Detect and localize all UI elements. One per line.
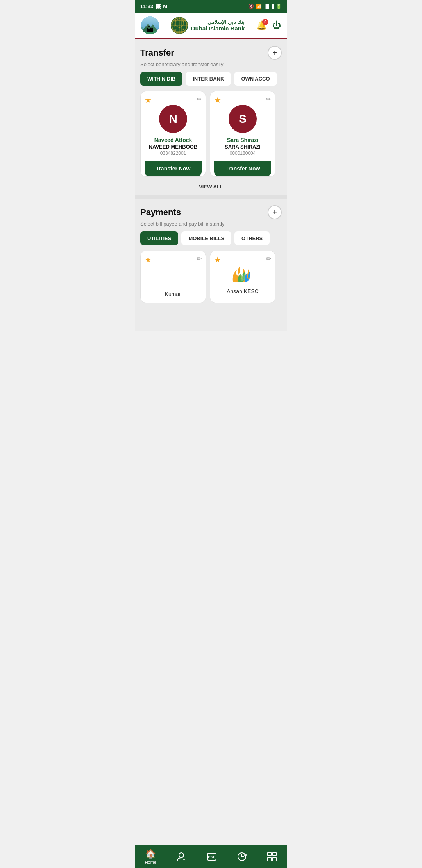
tab-others[interactable]: OTHERS [234,231,270,245]
kesc-logo [229,262,256,285]
edit-icon-sara[interactable]: ✏ [266,95,271,103]
bank-name-english: Dubai Islamic Bank [191,25,245,32]
power-icon[interactable]: ⏻ [272,20,281,30]
tab-inter-bank[interactable]: INTER BANK [186,72,231,86]
favorite-star-kesc[interactable]: ★ [214,255,221,264]
svg-point-6 [171,17,188,34]
edit-icon-kumail[interactable]: ✏ [197,255,202,262]
tab-utilities[interactable]: UTILITIES [140,231,178,245]
edit-icon-naveed[interactable]: ✏ [197,95,202,103]
main-content: Transfer + Select beneficiary and transf… [135,39,287,331]
favorite-star-naveed[interactable]: ★ [145,95,152,105]
avatar[interactable] [141,16,159,34]
transfer-add-button[interactable]: + [268,46,282,60]
battery-icon: 🔋 [276,4,282,9]
svg-point-8 [171,21,188,30]
payment-card-kumail: ★ ✏ Kumail [140,251,206,303]
svg-point-7 [175,17,184,34]
app-header: بنك دبي الإسلامي Dubai Islamic Bank 🔔 0 … [135,13,287,39]
tab-own-account[interactable]: OWN ACCO [234,72,277,86]
beneficiary-number-sara: 0000180004 [230,151,256,156]
transfer-tabs: WITHIN DIB INTER BANK OWN ACCO [140,72,282,86]
avatar-image [141,16,159,34]
payments-add-button[interactable]: + [268,205,282,219]
transfer-header: Transfer + [140,46,282,60]
view-all-button[interactable]: VIEW ALL [140,178,282,192]
notification-badge: 0 [262,19,268,25]
avatar-initial-naveed: N [169,112,177,126]
transfer-subtitle: Select beneficiary and transfer easily [140,61,282,67]
beneficiary-name-bold-sara: SARA SHIRAZI [225,144,261,150]
transfer-now-button-sara[interactable]: Transfer Now [214,161,271,176]
bank-name-arabic: بنك دبي الإسلامي [191,19,245,25]
status-right: 🔇 📶 ▐▌▐ 🔋 [248,4,282,9]
photo-icon: 🖼 [156,4,161,9]
payments-section: Payments + Select bill payee and pay bil… [135,199,287,308]
view-all-line-right [227,187,282,187]
avatar-naveed: N [159,105,187,133]
beneficiary-card-naveed: ★ ✏ N Naveed Attock NAVEED MEHBOOB 03348… [140,91,206,177]
beneficiary-name-bold-naveed: NAVEED MEHBOOB [149,144,198,150]
beneficiary-card-sara: ★ ✏ S Sara Shirazi SARA SHIRAZI 00001800… [210,91,275,177]
header-icons: 🔔 0 ⏻ [256,20,281,30]
transfer-title: Transfer [140,48,174,58]
status-left: 11:33 🖼 M [140,4,167,9]
payments-tabs: UTILITIES MOBILE BILLS OTHERS [140,231,282,245]
payments-subtitle: Select bill payee and pay bill instantly [140,221,282,227]
beneficiary-name-green-sara: Sara Shirazi [227,137,258,143]
beneficiary-name-green-naveed: Naveed Attock [154,137,192,143]
payee-name-kumail: Kumail [165,291,182,297]
payments-header: Payments + [140,205,282,219]
payments-title: Payments [140,207,181,217]
section-divider [135,195,287,199]
svg-rect-5 [141,27,143,34]
favorite-star-kumail[interactable]: ★ [145,255,152,264]
signal-icon: ▐▌▐ [264,4,274,9]
globe-icon [171,17,188,34]
bank-name-container: بنك دبي الإسلامي Dubai Islamic Bank [191,19,245,32]
bank-logo: بنك دبي الإسلامي Dubai Islamic Bank [171,17,245,34]
transfer-now-button-naveed[interactable]: Transfer Now [145,161,202,176]
notification-bell[interactable]: 🔔 0 [256,20,267,30]
avatar-sara: S [229,105,257,133]
tab-within-dib[interactable]: WITHIN DIB [140,72,182,86]
svg-point-11 [172,18,187,33]
mute-icon: 🔇 [248,4,254,9]
view-all-line-left [140,187,195,187]
transfer-section: Transfer + Select beneficiary and transf… [135,39,287,195]
status-bar: 11:33 🖼 M 🔇 📶 ▐▌▐ 🔋 [135,0,287,13]
favorite-star-sara[interactable]: ★ [214,95,221,105]
beneficiary-number-naveed: 0334822001 [160,151,186,156]
wifi-icon: 📶 [256,4,262,9]
tab-mobile-bills[interactable]: MOBILE BILLS [181,231,231,245]
gmail-icon: M [163,4,167,9]
payment-cards: ★ ✏ Kumail ★ ✏ [140,251,282,305]
payee-name-kesc: Ahsan KESC [227,288,259,294]
beneficiary-cards: ★ ✏ N Naveed Attock NAVEED MEHBOOB 03348… [140,91,282,178]
view-all-label: VIEW ALL [199,184,223,190]
payment-card-ahsan-kesc: ★ ✏ Ahsan KESC [210,251,275,303]
avatar-initial-sara: S [239,112,247,126]
time: 11:33 [140,4,153,9]
edit-icon-kesc[interactable]: ✏ [266,255,271,262]
